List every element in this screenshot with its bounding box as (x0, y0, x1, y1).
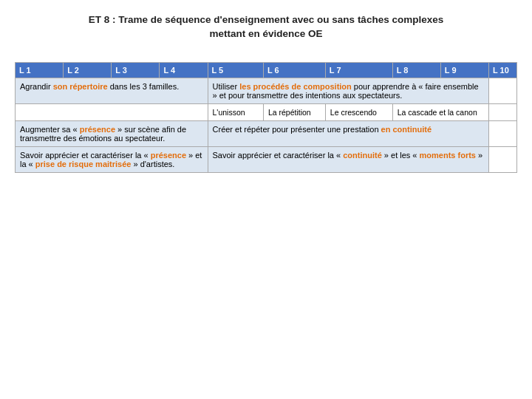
cell-empty-3 (488, 146, 516, 172)
cell-creer: Créer et répéter pour présenter une pres… (208, 120, 488, 146)
text-savoir1-orange2: prise de risque maitrisée (35, 160, 132, 168)
col-l6: L 6 (263, 62, 325, 78)
text-cascade: La cascade et la canon (398, 108, 477, 117)
table-row-1b: L'unisson La répétition Le crescendo La … (16, 103, 517, 120)
cell-agrandir: Agrandir son répertoire dans les 3 famil… (16, 78, 208, 103)
text-utiliser-plain1: Utiliser (213, 82, 240, 91)
text-creer-orange: en continuité (381, 125, 432, 134)
col-l8: L 8 (392, 62, 440, 78)
text-repetition: La répétition (268, 108, 311, 117)
text-agrandir-plain: Agrandir (20, 82, 53, 91)
cell-sub-cascade: La cascade et la canon (392, 103, 488, 120)
cell-sub-unisson: L'unisson (208, 103, 263, 120)
table-row-1: Agrandir son répertoire dans les 3 famil… (16, 78, 517, 103)
cell-sub-repetition: La répétition (263, 103, 325, 120)
cell-empty-2 (488, 120, 516, 146)
text-savoir1-orange1: présence (151, 151, 186, 160)
cell-augmenter: Augmenter sa « présence » sur scène afin… (16, 120, 208, 146)
text-augmenter-orange: présence (80, 125, 115, 134)
col-l2: L 2 (64, 62, 112, 78)
text-augmenter-plain1: Augmenter sa « (20, 125, 80, 134)
col-l10: L 10 (488, 62, 516, 78)
text-creer-plain1: Créer et répéter pour présenter une pres… (213, 125, 381, 134)
text-savoir2-plain3: » (476, 151, 482, 160)
page-title: ET 8 : Trame de séquence d'enseignement … (89, 13, 443, 41)
col-l9: L 9 (440, 62, 488, 78)
cell-empty-1 (488, 78, 516, 103)
cell-sub-empty (16, 103, 208, 120)
table-row-3: Savoir apprécier et caractériser la « pr… (16, 146, 517, 172)
page: ET 8 : Trame de séquence d'enseignement … (0, 0, 532, 399)
col-l7: L 7 (325, 62, 392, 78)
text-savoir2-plain2: » et les « (382, 151, 420, 160)
col-l3: L 3 (112, 62, 160, 78)
text-agrandir-orange: son répertoire (53, 82, 108, 91)
cell-savoir1: Savoir apprécier et caractériser la « pr… (16, 146, 208, 172)
text-unisson: L'unisson (213, 108, 245, 117)
header-row: L 1 L 2 L 3 L 4 L 5 L 6 L 7 L 8 L 9 L 10 (16, 62, 517, 78)
text-utiliser-orange: les procédés de composition (239, 82, 352, 91)
text-agrandir-end: dans les 3 familles. (108, 82, 180, 91)
cell-savoir2: Savoir apprécier et caractériser la « co… (208, 146, 488, 172)
cell-empty-1b (488, 103, 516, 120)
text-savoir1-plain1: Savoir apprécier et caractériser la « (20, 151, 151, 160)
text-savoir2-orange: continuité (343, 151, 382, 160)
col-l4: L 4 (160, 62, 208, 78)
col-l1: L 1 (16, 62, 64, 78)
text-savoir2-plain1: Savoir apprécier et caractériser la « (213, 151, 344, 160)
cell-utiliser: Utiliser les procédés de composition pou… (208, 78, 488, 103)
text-savoir1-plain3: » d'artistes. (131, 160, 174, 168)
cell-sub-crescendo: Le crescendo (325, 103, 392, 120)
text-crescendo: Le crescendo (330, 108, 377, 117)
main-table: L 1 L 2 L 3 L 4 L 5 L 6 L 7 L 8 L 9 L 10… (15, 62, 517, 173)
col-l5: L 5 (208, 62, 263, 78)
table-row-2: Augmenter sa « présence » sur scène afin… (16, 120, 517, 146)
text-savoir2-orange2: moments forts (420, 151, 476, 160)
